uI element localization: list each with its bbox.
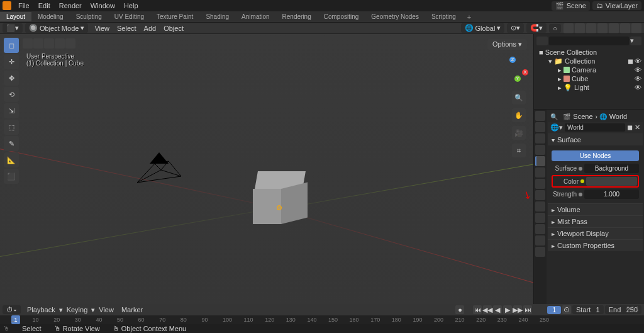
mode-dropdown[interactable]: 🔘Object Mode▾ bbox=[25, 23, 88, 33]
start-frame-input[interactable]: Start 1 bbox=[572, 305, 604, 314]
timeline-playback[interactable]: Playback bbox=[23, 306, 59, 313]
current-frame-input[interactable]: 1 bbox=[547, 306, 561, 314]
ptab-render[interactable] bbox=[535, 111, 545, 121]
vp-btn-2[interactable] bbox=[33, 38, 43, 48]
pan-tool[interactable]: ✋ bbox=[512, 108, 526, 122]
vp-btn-3[interactable] bbox=[44, 38, 54, 48]
toolbar-view[interactable]: View bbox=[91, 25, 113, 32]
keyframe-prev-button[interactable]: ◀◀ bbox=[483, 305, 492, 314]
ptab-scene[interactable] bbox=[535, 145, 545, 155]
zoom-tool[interactable]: 🔍 bbox=[512, 91, 526, 104]
viewport-display-panel-header[interactable]: ▸ Viewport Display bbox=[548, 228, 643, 239]
vp-btn-5[interactable] bbox=[65, 38, 75, 48]
z-axis-icon[interactable]: Z bbox=[509, 57, 516, 63]
ptab-texture[interactable] bbox=[535, 247, 545, 257]
camera-view-tool[interactable]: 🎥 bbox=[512, 126, 526, 140]
toolbar-select[interactable]: Select bbox=[113, 25, 140, 32]
outliner-filter-dropdown[interactable]: ▾ bbox=[630, 37, 641, 45]
timeline-marker[interactable]: Marker bbox=[118, 306, 147, 313]
autokeying-button[interactable]: ● bbox=[455, 305, 464, 314]
shading-material[interactable] bbox=[620, 23, 630, 33]
perspective-tool[interactable]: ⌗ bbox=[512, 144, 526, 157]
ptab-particles[interactable] bbox=[535, 190, 545, 200]
workspace-tab-sculpting[interactable]: Sculpting bbox=[70, 12, 108, 21]
proportional-dropdown[interactable]: ○ bbox=[549, 24, 561, 33]
snap-dropdown[interactable]: 🧲▾ bbox=[526, 23, 547, 33]
outliner-scene-collection[interactable]: ■ Scene Collection bbox=[539, 48, 641, 57]
workspace-tab-rendering[interactable]: Rendering bbox=[276, 12, 318, 21]
outliner-collection[interactable]: ▾ 📁 Collection◼👁 bbox=[539, 57, 641, 65]
play-reverse-button[interactable]: ◀ bbox=[493, 305, 502, 314]
timeline-keying[interactable]: Keying bbox=[63, 306, 92, 313]
custom-props-panel-header[interactable]: ▸ Custom Properties bbox=[548, 240, 643, 251]
outliner-display-dropdown[interactable] bbox=[536, 37, 548, 45]
workspace-tab-scripting[interactable]: Scripting bbox=[425, 12, 462, 21]
ptab-physics[interactable] bbox=[535, 201, 545, 212]
transform-tool[interactable]: ⬚ bbox=[4, 120, 19, 135]
volume-panel-header[interactable]: ▸ Volume bbox=[548, 204, 643, 215]
workspace-tab-animation[interactable]: Animation bbox=[235, 12, 275, 21]
ptab-world[interactable] bbox=[535, 156, 545, 166]
ptab-data[interactable] bbox=[535, 224, 545, 234]
vp-btn-4[interactable] bbox=[55, 38, 65, 48]
preview-range-button[interactable]: ⏲ bbox=[562, 305, 571, 314]
xray-toggle[interactable] bbox=[586, 23, 596, 33]
menu-render[interactable]: Render bbox=[55, 2, 86, 9]
ptab-constraints[interactable] bbox=[535, 213, 545, 223]
ptab-modifiers[interactable] bbox=[535, 179, 545, 189]
rotate-tool[interactable]: ⟲ bbox=[4, 87, 19, 102]
overlay-toggle[interactable] bbox=[575, 23, 585, 33]
shading-rendered[interactable] bbox=[631, 23, 641, 33]
menu-window[interactable]: Window bbox=[86, 2, 119, 9]
shading-solid[interactable] bbox=[609, 23, 619, 33]
workspace-tab-texture[interactable]: Texture Paint bbox=[150, 12, 199, 21]
gizmo-toggle[interactable] bbox=[564, 23, 574, 33]
shading-wireframe[interactable] bbox=[597, 23, 608, 33]
keyframe-next-button[interactable]: ▶▶ bbox=[513, 305, 522, 314]
workspace-tab-uv[interactable]: UV Editing bbox=[108, 12, 150, 21]
timeline-track[interactable]: 1 11020304050607080901001101201301401501… bbox=[0, 315, 644, 324]
outliner-camera[interactable]: ▸ Camera👁 bbox=[539, 65, 641, 74]
timeline-editor-dropdown[interactable]: ⏱▾ bbox=[3, 305, 21, 314]
camera-object[interactable] bbox=[137, 152, 187, 190]
strength-value[interactable]: 1.000 bbox=[584, 189, 639, 199]
color-swatch[interactable] bbox=[586, 177, 637, 186]
jump-start-button[interactable]: ⏮ bbox=[473, 305, 482, 314]
menu-edit[interactable]: Edit bbox=[34, 2, 55, 9]
pivot-dropdown[interactable]: ⊙▾ bbox=[507, 23, 524, 33]
workspace-tab-modeling[interactable]: Modeling bbox=[31, 12, 70, 21]
toolbar-add[interactable]: Add bbox=[140, 25, 160, 32]
cube-object[interactable] bbox=[253, 171, 307, 225]
world-selector[interactable]: 🌐▾ World ◼ ✕ bbox=[548, 122, 643, 133]
workspace-tab-compositing[interactable]: Compositing bbox=[318, 12, 365, 21]
orientation-dropdown[interactable]: 🌐Global▾ bbox=[461, 23, 505, 33]
annotate-tool[interactable]: ✎ bbox=[4, 136, 19, 151]
scene-selector[interactable]: 🎬Scene bbox=[552, 1, 590, 11]
surface-value-dropdown[interactable]: Background bbox=[584, 164, 639, 173]
toolbar-object[interactable]: Object bbox=[160, 25, 187, 32]
y-axis-icon[interactable]: Y bbox=[514, 76, 521, 82]
outliner-search[interactable] bbox=[549, 37, 629, 45]
viewport-options-button[interactable]: Options ▾ bbox=[487, 39, 527, 50]
ptab-viewlayer[interactable] bbox=[535, 133, 545, 144]
measure-tool[interactable]: 📐 bbox=[4, 152, 19, 167]
jump-end-button[interactable]: ⏭ bbox=[523, 305, 532, 314]
move-tool[interactable]: ✥ bbox=[4, 71, 19, 86]
3d-viewport[interactable]: ◻ ✛ ✥ ⟲ ⇲ ⬚ ✎ 📐 ⬛ User Perspective (1) C… bbox=[0, 34, 533, 304]
surface-panel-header[interactable]: ▾ Surface bbox=[548, 134, 643, 145]
viewlayer-selector[interactable]: 🗂ViewLayer bbox=[592, 1, 641, 10]
add-cube-tool[interactable]: ⬛ bbox=[4, 169, 19, 184]
add-workspace-button[interactable]: + bbox=[462, 13, 476, 21]
scale-tool[interactable]: ⇲ bbox=[4, 103, 19, 118]
vp-btn-1[interactable] bbox=[23, 38, 33, 48]
navigation-gizmo[interactable]: Z X Y bbox=[501, 57, 526, 82]
workspace-tab-layout[interactable]: Layout bbox=[0, 12, 31, 21]
mist-panel-header[interactable]: ▸ Mist Pass bbox=[548, 216, 643, 227]
timeline-view[interactable]: View bbox=[95, 306, 118, 313]
use-nodes-button[interactable]: Use Nodes bbox=[552, 150, 639, 161]
menu-file[interactable]: File bbox=[14, 2, 34, 9]
x-axis-icon[interactable]: X bbox=[522, 69, 528, 76]
outliner-light[interactable]: ▸ 💡 Light👁 bbox=[539, 83, 641, 92]
cursor-tool[interactable]: ✛ bbox=[4, 54, 19, 69]
editor-type-dropdown[interactable]: ⬛▾ bbox=[3, 23, 23, 33]
